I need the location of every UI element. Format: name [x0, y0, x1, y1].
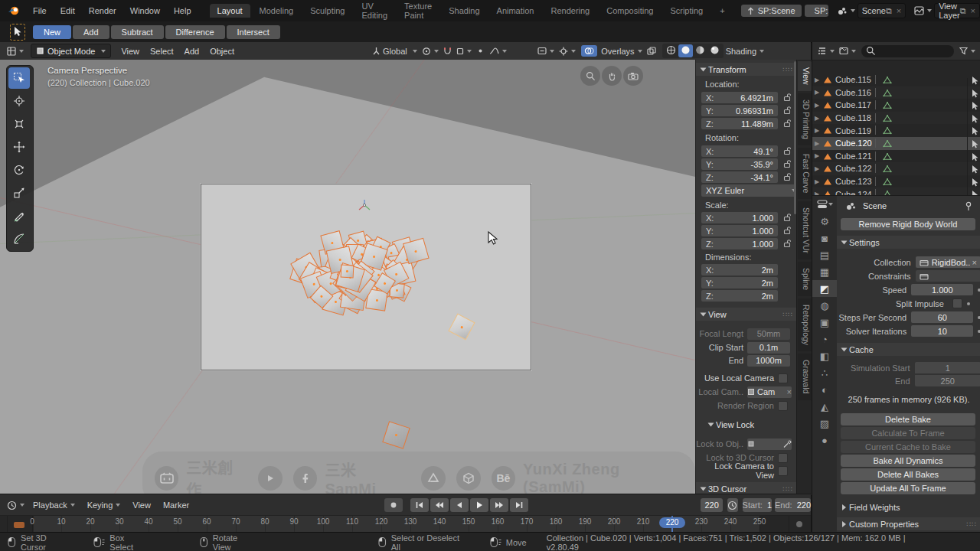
location-y-field[interactable]: Y:0.96931m [701, 105, 778, 116]
simulation-start-field[interactable]: 1 [915, 362, 980, 373]
rotation-z-field[interactable]: Z:-34.1° [701, 171, 778, 183]
object-name[interactable]: Cube.122 [835, 164, 872, 173]
menu-help[interactable]: Help [167, 6, 198, 15]
rotation-y-field[interactable]: Y:-35.9° [701, 158, 778, 170]
editor-type-icon-timeline[interactable] [5, 500, 27, 510]
properties-tab-particles[interactable]: ∴ [812, 364, 837, 381]
workspace-tab-modeling[interactable]: Modeling [252, 4, 302, 18]
gizmos-dropdown[interactable] [557, 47, 578, 56]
viewport-menu-add[interactable]: Add [179, 47, 205, 56]
outliner-row-cube.121[interactable]: ▶Cube.121 [812, 150, 980, 163]
object-name[interactable]: Cube.123 [835, 177, 872, 186]
lock-icon[interactable] [782, 239, 792, 249]
editor-type-icon-3d-viewport[interactable] [5, 47, 26, 56]
rotation-mode-dropdown[interactable]: XYZ Euler [701, 184, 797, 197]
workspace-tab-shading[interactable]: Shading [441, 4, 487, 18]
timeline-menu-keying[interactable]: Keying [81, 500, 127, 510]
frame-start-field[interactable]: Start:1 [743, 498, 772, 512]
lock-icon[interactable] [782, 159, 792, 170]
transport-play-button[interactable] [470, 498, 488, 512]
pin-icon[interactable] [962, 201, 975, 211]
overlays-dropdown[interactable]: Overlays [597, 47, 644, 56]
nav-pan-hand-icon[interactable] [602, 66, 622, 86]
properties-tab-render[interactable]: ◙ [812, 230, 837, 246]
measure-tool[interactable] [8, 228, 30, 249]
nav-camera-view-icon[interactable] [623, 66, 643, 86]
filter-funnel-dropdown[interactable] [957, 47, 978, 55]
object-name[interactable]: Cube.120 [835, 139, 872, 148]
workspace-tab-rendering[interactable]: Rendering [543, 4, 597, 18]
scale-y-field[interactable]: Y:1.000 [701, 225, 778, 236]
workspace-tab-texture-paint[interactable]: Texture Paint [397, 0, 439, 22]
workspace-tab-scripting[interactable]: Scripting [662, 4, 710, 18]
properties-tab-physics[interactable]: ◐ [812, 381, 837, 398]
scene-cube[interactable] [340, 264, 354, 278]
tool-settings-new-button[interactable]: New [33, 25, 71, 39]
outliner-row-cube.122[interactable]: ▶Cube.122 [812, 162, 980, 175]
lock-icon[interactable] [782, 93, 792, 103]
outliner-row-cube.120[interactable]: ▶Cube.120 [812, 137, 980, 150]
cache-section-header[interactable]: Cache [837, 343, 980, 356]
menu-edit[interactable]: Edit [54, 6, 82, 15]
object-name[interactable]: Cube.117 [835, 100, 871, 109]
lock-camera-to-view-checkbox[interactable] [778, 466, 788, 476]
object-name[interactable]: Cube.119 [835, 126, 871, 135]
animate-dot[interactable] [967, 302, 970, 305]
editor-type-icon-outliner[interactable] [815, 47, 837, 55]
expand-arrow-icon[interactable]: ▶ [815, 140, 819, 147]
clip-start-field[interactable]: 0.1m [747, 342, 790, 354]
selectable-icon[interactable] [970, 114, 979, 125]
field-weights-header[interactable]: Field Weights [837, 500, 980, 514]
view-layer-browse-icon[interactable] [912, 6, 934, 15]
steps-per-second-field[interactable]: 60 [911, 311, 973, 323]
speed-field[interactable]: 1.000 [911, 284, 973, 295]
sidebar-tab-view[interactable]: View [798, 61, 812, 91]
object-name[interactable]: Cube.116 [835, 88, 871, 97]
transport-jump-start-button[interactable] [410, 498, 429, 512]
move-tool[interactable] [8, 136, 30, 158]
add-workspace-button[interactable]: + [712, 4, 732, 18]
outliner-row-cube.123[interactable]: ▶Cube.123 [812, 175, 980, 188]
rotate-tool[interactable] [8, 159, 30, 181]
proportional-edit-icon[interactable] [474, 47, 487, 55]
collection-field[interactable]: RigidBod..× [916, 256, 980, 268]
expand-arrow-icon[interactable]: ▶ [815, 77, 819, 83]
sidebar-tab-fast-carve[interactable]: Fast Carve [798, 148, 812, 199]
menu-file[interactable]: File [26, 6, 54, 15]
cache-end-field[interactable]: 250 [915, 375, 980, 386]
object-name[interactable]: Cube.118 [835, 113, 871, 122]
use-local-camera-checkbox[interactable] [778, 373, 788, 383]
focal-length-field[interactable]: 50mm [747, 328, 790, 340]
sidebar-tab-graswald[interactable]: Graswald [798, 354, 812, 399]
outliner-row-cube.119[interactable]: ▶Cube.119 [812, 124, 980, 137]
properties-tab-constraints[interactable]: ◔ [812, 331, 837, 347]
object-name[interactable]: Cube.121 [835, 152, 872, 161]
lock-icon[interactable] [782, 119, 792, 129]
expand-arrow-icon[interactable]: ▶ [815, 115, 819, 122]
nav-zoom-icon[interactable] [580, 66, 600, 86]
panel-header-transform[interactable]: Transform∷∷ [696, 63, 797, 76]
timeline-menu-marker[interactable]: Marker [157, 500, 195, 510]
render-region-checkbox[interactable] [778, 401, 788, 411]
clip-end-field[interactable]: 1000m [747, 355, 790, 367]
scene-browse-icon[interactable] [835, 6, 858, 15]
settings-section-header[interactable]: Settings [837, 236, 980, 249]
workspace-tab-layout[interactable]: Layout [210, 4, 250, 18]
proportional-falloff-dropdown[interactable] [487, 47, 509, 55]
transport-next-keyframe-button[interactable] [490, 498, 508, 512]
sidebar-tab-retopology[interactable]: Retopology [798, 298, 812, 351]
constraints-field[interactable] [916, 270, 980, 282]
current-frame-field[interactable]: 220 [701, 498, 723, 512]
expand-arrow-icon[interactable]: ▶ [815, 127, 819, 134]
panel-header-view[interactable]: View∷∷ [696, 308, 797, 321]
split-impulse-checkbox[interactable] [952, 298, 962, 308]
properties-tab-world[interactable]: ◍ [812, 297, 837, 314]
display-mode-dropdown[interactable] [837, 47, 858, 55]
cache-button-delete-bake[interactable]: Delete Bake [841, 413, 975, 425]
tool-settings-subtract-button[interactable]: Subtract [111, 25, 164, 39]
outliner-row-cube.117[interactable]: ▶Cube.117 [812, 99, 980, 112]
expand-arrow-icon[interactable]: ▶ [815, 152, 819, 159]
lock-icon[interactable] [782, 106, 792, 116]
tool-settings-difference-button[interactable]: Difference [165, 25, 225, 39]
lock-to-object-field[interactable] [747, 439, 792, 450]
